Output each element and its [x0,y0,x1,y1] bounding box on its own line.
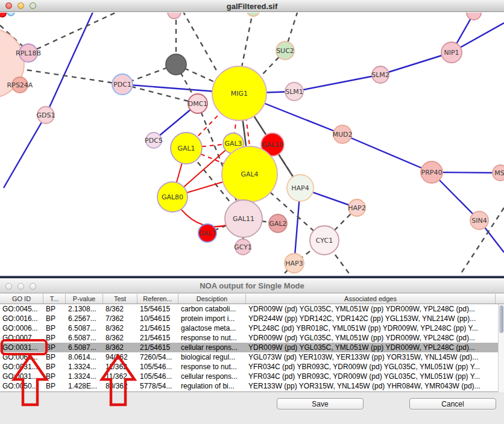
noa-window-titlebar[interactable]: NOA output for Single Mode [0,278,504,293]
cell[interactable]: 7/362 [103,314,137,323]
cell[interactable]: BP [43,372,66,381]
edge[interactable] [4,115,46,188]
cell[interactable]: BP [43,381,66,391]
cell[interactable]: 6.5087... [66,343,103,352]
cell[interactable]: response to nut... [178,362,246,372]
cell[interactable]: 1.428E... [66,381,103,391]
edge[interactable] [28,13,119,53]
cell[interactable]: 7260/54... [137,352,178,362]
cell[interactable]: 15/54615 [137,304,178,314]
column-header-description[interactable]: Desciption [178,294,246,304]
cell[interactable]: 94/362 [103,352,137,362]
cell[interactable]: GO:0031... [0,343,43,352]
column-header-associated-edges[interactable]: Associated edges [246,294,496,304]
cell[interactable]: GO:0065... [0,352,43,362]
cell[interactable]: YDR009W (pd) YGL035C, YML051W (pp) YDR00… [246,304,496,314]
cell[interactable]: protein import i... [178,314,246,323]
cell[interactable]: 6.5087... [66,333,103,343]
cell[interactable]: BP [43,323,66,333]
cell[interactable]: GO:0006... [0,323,43,333]
column-header-p-value[interactable]: P-value [66,294,103,304]
cell[interactable]: BP [43,362,66,372]
cell[interactable]: BP [43,304,66,314]
cell[interactable]: 1.3324... [66,362,103,372]
column-header-reference[interactable]: Referen... [137,294,178,304]
vertical-scrollbar[interactable] [498,304,504,392]
cell[interactable]: 21/54615 [137,343,178,352]
cell[interactable]: YFR034C (pd) YBR093C, YDR009W (pd) YGL03… [246,362,496,372]
cell[interactable]: YER133W (pp) YOR315W, YNL145W (pd) YHR08… [246,381,496,391]
cell[interactable]: YDR009W (pd) YGL035C, YML051W (pp) YDR00… [246,333,496,343]
cell[interactable]: BP [43,343,66,352]
table-row[interactable]: GO:0006...BP6.5087...8/36221/54615galact… [0,323,498,333]
cell[interactable]: response to nut... [178,333,246,343]
cell[interactable]: BP [43,333,66,343]
cell[interactable]: GO:0016... [0,314,43,323]
network-window-titlebar[interactable]: galFiltered.sif [0,0,504,12]
table-row[interactable]: GO:0031...BP6.5087...8/36221/54615cellul… [0,343,498,352]
table-row[interactable]: GO:0031...BP1.3324...11/362105/546...res… [0,362,498,372]
cell[interactable]: YDR009W (pd) YGL035C, YML051W (pp) YDR00… [246,343,496,352]
cell[interactable]: cellular respons... [178,343,246,352]
column-header-go-id[interactable]: GO ID [0,294,43,304]
cell[interactable]: YGL073W (pd) YER103W, YER133W (pp) YOR31… [246,352,496,362]
edge[interactable] [183,13,218,73]
cell[interactable]: biological regul... [178,352,246,362]
column-header-test[interactable]: Test [103,294,137,304]
cell[interactable]: 11/362 [103,372,137,381]
node[interactable] [168,13,181,19]
table-row[interactable]: GO:0016...BP6.2567...7/36210/54615protei… [0,314,498,323]
edge[interactable] [46,13,93,115]
edge[interactable] [18,69,122,84]
cell[interactable]: BP [43,314,66,323]
cell[interactable]: 105/546... [137,372,178,381]
cell[interactable]: 21/54615 [137,323,178,333]
node[interactable] [7,13,14,16]
cell[interactable]: 8/362 [103,304,137,314]
cell[interactable]: GO:0031... [0,362,43,372]
cell[interactable]: GO:0045... [0,304,43,314]
cell[interactable]: 5778/54... [137,381,178,391]
edge[interactable] [342,134,432,172]
node[interactable] [166,54,186,75]
table-row[interactable]: GO:0050...BP1.428E...80/3625778/54...reg… [0,381,498,391]
cancel-button[interactable]: Cancel [409,398,496,410]
cell[interactable]: 11/362 [103,362,137,372]
cell[interactable]: GO:0007... [0,333,43,343]
cell[interactable]: 80/362 [103,381,137,391]
edge[interactable] [242,13,253,67]
cell[interactable]: regulation of bi... [178,381,246,391]
table-row[interactable]: GO:0007...BP6.5087...8/36221/54615respon… [0,333,498,343]
results-table[interactable]: GO:0045...BP2.1308...8/36215/54615carbon… [0,304,498,392]
cell[interactable]: 2.1308... [66,304,103,314]
cell[interactable]: 6.2567... [66,314,103,323]
cell[interactable]: 21/54615 [137,333,178,343]
cell[interactable]: 8.0614... [66,352,103,362]
cell[interactable]: 6.5087... [66,323,103,333]
table-row[interactable]: GO:0045...BP2.1308...8/36215/54615carbon… [0,304,498,314]
node[interactable] [467,13,481,20]
table-row[interactable]: GO:0031...BP1.3324...11/362105/546...cel… [0,372,498,381]
cell[interactable]: 8/362 [103,333,137,343]
cell[interactable]: GO:0031... [0,372,43,381]
node[interactable] [247,13,260,16]
cell[interactable]: 1.3324... [66,372,103,381]
cell[interactable]: 8/362 [103,343,137,352]
network-canvas[interactable]: RPL18BRPS24AGDS1PDC1MIG1DMC1SUC2SLM1SLM2… [0,13,504,276]
edge[interactable] [294,75,380,92]
cell[interactable]: BP [43,352,66,362]
cell[interactable]: 10/54615 [137,314,178,323]
cell[interactable]: galactose meta... [178,323,246,333]
save-button[interactable]: Save [277,398,364,410]
cell[interactable]: YDR244W (pp) YDR142C, YDR142C (pp) YGL15… [246,314,496,323]
cell[interactable]: YFR034C (pd) YBR093C, YDR009W (pd) YGL03… [246,372,496,381]
edge[interactable] [380,52,452,75]
column-header-type[interactable]: T... [43,294,66,304]
cell[interactable]: cellular respons... [178,372,246,381]
network-graph[interactable]: RPL18BRPS24AGDS1PDC1MIG1DMC1SUC2SLM1SLM2… [0,13,504,276]
cell[interactable]: 8/362 [103,323,137,333]
table-row[interactable]: GO:0065...BP8.0614...94/3627260/54...bio… [0,352,498,362]
node[interactable] [0,13,6,17]
cell[interactable]: YPL248C (pd) YBR018C, YML051W (pp) YDR00… [246,323,496,333]
cell[interactable]: 105/546... [137,362,178,372]
